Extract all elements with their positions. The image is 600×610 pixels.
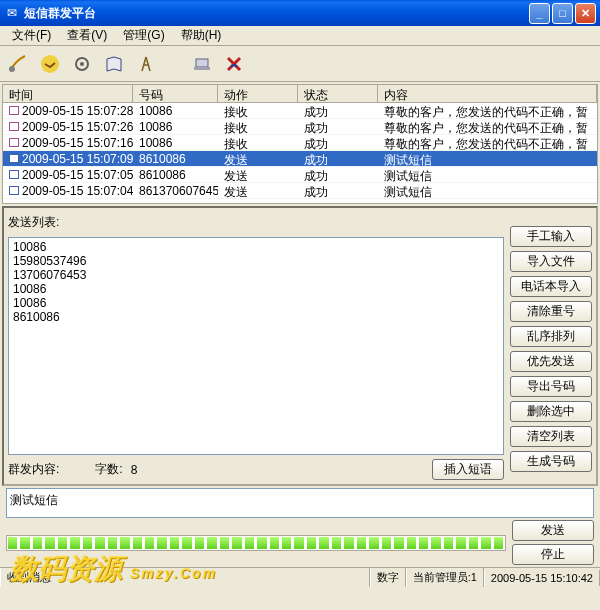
- stop-button[interactable]: 停止: [512, 544, 594, 565]
- table-row[interactable]: 2009-05-15 15:07:098610086发送成功测试短信: [3, 151, 597, 167]
- priority-send-button[interactable]: 优先发送: [510, 351, 592, 372]
- phonebook-import-button[interactable]: 电话本导入: [510, 276, 592, 297]
- dedupe-button[interactable]: 清除重号: [510, 301, 592, 322]
- table-row[interactable]: 2009-05-15 15:07:058610086发送成功测试短信: [3, 167, 597, 183]
- list-item[interactable]: 13706076453: [13, 268, 499, 282]
- menu-file[interactable]: 文件(F): [4, 25, 59, 46]
- svg-rect-4: [196, 59, 208, 67]
- laptop-icon[interactable]: [188, 50, 216, 78]
- gear-icon[interactable]: [68, 50, 96, 78]
- col-number[interactable]: 号码: [133, 85, 218, 102]
- svg-point-1: [41, 55, 59, 73]
- close-button[interactable]: ✕: [575, 3, 596, 24]
- minimize-button[interactable]: _: [529, 3, 550, 24]
- list-item[interactable]: 10086: [13, 240, 499, 254]
- col-time[interactable]: 时间: [3, 85, 133, 102]
- chars-label: 字数:: [95, 461, 122, 478]
- shuffle-button[interactable]: 乱序排列: [510, 326, 592, 347]
- tower-icon[interactable]: [132, 50, 160, 78]
- menu-help[interactable]: 帮助(H): [173, 25, 230, 46]
- menu-manage[interactable]: 管理(G): [115, 25, 172, 46]
- toolbar: [0, 46, 600, 82]
- clear-list-button[interactable]: 清空列表: [510, 426, 592, 447]
- table-row[interactable]: 2009-05-15 15:07:048613706076453发送成功测试短信: [3, 183, 597, 199]
- import-file-button[interactable]: 导入文件: [510, 251, 592, 272]
- message-grid[interactable]: 时间 号码 动作 状态 内容 2009-05-15 15:07:2810086接…: [2, 84, 598, 204]
- send-button[interactable]: 发送: [512, 520, 594, 541]
- send-list-box[interactable]: 1008615980537496137060764531008610086861…: [8, 237, 504, 455]
- manual-input-button[interactable]: 手工输入: [510, 226, 592, 247]
- generate-numbers-button[interactable]: 生成号码: [510, 451, 592, 472]
- svg-rect-5: [194, 67, 210, 70]
- chars-value: 8: [131, 463, 138, 477]
- book-icon[interactable]: [100, 50, 128, 78]
- status-datetime: 2009-05-15 15:10:42: [484, 570, 600, 586]
- grid-header: 时间 号码 动作 状态 内容: [3, 85, 597, 103]
- handshake-icon[interactable]: [36, 50, 64, 78]
- content-label: 群发内容:: [8, 461, 59, 478]
- status-mode: 数字: [370, 568, 406, 587]
- svg-point-0: [9, 66, 15, 72]
- list-item[interactable]: 8610086: [13, 310, 499, 324]
- window-title: 短信群发平台: [24, 5, 529, 22]
- app-icon: ✉: [4, 5, 20, 21]
- menubar: 文件(F) 查看(V) 管理(G) 帮助(H): [0, 26, 600, 46]
- progress-bar: [6, 535, 506, 551]
- status-admin: 当前管理员:1: [406, 568, 484, 587]
- titlebar[interactable]: ✉ 短信群发平台 _ □ ✕: [0, 0, 600, 26]
- col-content[interactable]: 内容: [378, 85, 597, 102]
- list-item[interactable]: 10086: [13, 282, 499, 296]
- grid-body[interactable]: 2009-05-15 15:07:2810086接收成功尊敬的客户，您发送的代码…: [3, 103, 597, 203]
- export-numbers-button[interactable]: 导出号码: [510, 376, 592, 397]
- status-message: 收到消息: [0, 568, 370, 587]
- list-item[interactable]: 10086: [13, 296, 499, 310]
- col-status[interactable]: 状态: [298, 85, 378, 102]
- button-column: 手工输入 导入文件 电话本导入 清除重号 乱序排列 优先发送 导出号码 删除选中…: [510, 212, 592, 480]
- statusbar: 收到消息 数字 当前管理员:1 2009-05-15 15:10:42: [0, 567, 600, 587]
- menu-view[interactable]: 查看(V): [59, 25, 115, 46]
- delete-selected-button[interactable]: 删除选中: [510, 401, 592, 422]
- maximize-button[interactable]: □: [552, 3, 573, 24]
- col-action[interactable]: 动作: [218, 85, 298, 102]
- table-row[interactable]: 2009-05-15 15:07:2610086接收成功尊敬的客户，您发送的代码…: [3, 119, 597, 135]
- svg-point-3: [80, 62, 84, 66]
- list-item[interactable]: 15980537496: [13, 254, 499, 268]
- insert-phrase-button[interactable]: 插入短语: [432, 459, 504, 480]
- table-row[interactable]: 2009-05-15 15:07:2810086接收成功尊敬的客户，您发送的代码…: [3, 103, 597, 119]
- table-row[interactable]: 2009-05-15 15:07:1610086接收成功尊敬的客户，您发送的代码…: [3, 135, 597, 151]
- satellite-icon[interactable]: [4, 50, 32, 78]
- send-list-label: 发送列表:: [8, 212, 504, 233]
- mid-panel: 发送列表: 1008615980537496137060764531008610…: [2, 206, 598, 486]
- content-textarea[interactable]: 测试短信: [6, 488, 594, 518]
- cancel-icon[interactable]: [220, 50, 248, 78]
